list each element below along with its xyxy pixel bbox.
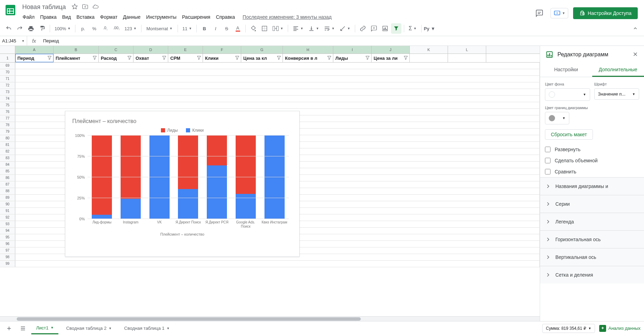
menu-file[interactable]: Файл [20, 13, 37, 21]
compare-checkbox[interactable]: Сравнить [545, 166, 639, 177]
row-header[interactable]: 80 [0, 135, 15, 141]
menu-data[interactable]: Данные [121, 13, 143, 21]
filter-dropdown-icon[interactable] [47, 55, 52, 60]
column-header[interactable]: J [372, 46, 410, 54]
add-sheet-icon[interactable] [3, 323, 15, 334]
filter-dropdown-icon[interactable] [92, 55, 97, 60]
header-cell[interactable]: Расход [99, 54, 133, 62]
spreadsheet-grid[interactable]: ABCDEFGHIJKL 1ПериодПлейсментРасходОхват… [0, 46, 540, 316]
tab-setup[interactable]: Настройки [540, 63, 592, 77]
header-cell[interactable] [410, 54, 448, 62]
row-header[interactable]: 76 [0, 109, 15, 115]
filter-dropdown-icon[interactable] [127, 55, 132, 60]
filter-dropdown-icon[interactable] [276, 55, 282, 60]
sheet-tab-1[interactable]: Лист1▼ [31, 322, 58, 334]
fill-color-icon[interactable] [248, 23, 259, 34]
collapse-toolbar-icon[interactable] [630, 23, 641, 34]
reset-layout-button[interactable]: Сбросить макет [545, 129, 593, 140]
merge-icon[interactable]: ▼ [270, 23, 285, 34]
percent-btn[interactable]: % [89, 23, 99, 34]
row-header[interactable]: 81 [0, 142, 15, 148]
filter-dropdown-icon[interactable] [365, 55, 370, 60]
row-header[interactable]: 97 [0, 247, 15, 254]
borders-icon[interactable] [259, 23, 270, 34]
chart-font-select[interactable]: Значение п...▼ [594, 88, 639, 100]
explore-button[interactable]: Анализ данных [599, 325, 641, 332]
all-sheets-icon[interactable] [17, 323, 28, 334]
select-all-corner[interactable] [0, 46, 15, 54]
section-vaxis[interactable]: Вертикальная ось [540, 248, 644, 266]
row-header[interactable]: 75 [0, 102, 15, 108]
column-header[interactable]: C [99, 46, 133, 54]
valign-icon[interactable]: ▼ [306, 23, 321, 34]
filter-dropdown-icon[interactable] [196, 55, 202, 60]
strike-icon[interactable]: S [221, 23, 232, 34]
column-header[interactable]: I [333, 46, 372, 54]
filter-dropdown-icon[interactable] [162, 55, 167, 60]
horizontal-scrollbar[interactable] [0, 316, 540, 321]
wrap-icon[interactable]: ▼ [322, 23, 337, 34]
formula-input[interactable]: Период [41, 38, 644, 43]
dec-decrease-btn[interactable]: .0↓ [100, 23, 111, 34]
row-header[interactable]: 87 [0, 181, 15, 188]
header-cell[interactable]: CPM [168, 54, 203, 62]
row-header[interactable]: 98 [0, 254, 15, 260]
row-header[interactable]: 86 [0, 175, 15, 181]
filter-dropdown-icon[interactable] [403, 55, 408, 60]
header-cell[interactable]: Плейсмент [54, 54, 99, 62]
bold-icon[interactable]: B [199, 23, 210, 34]
make3d-checkbox[interactable]: Сделать объемной [545, 155, 639, 166]
row-header[interactable]: 96 [0, 241, 15, 247]
filter-dropdown-icon[interactable] [327, 55, 332, 60]
paint-format-icon[interactable] [37, 23, 47, 34]
row-header[interactable]: 74 [0, 96, 15, 102]
column-header[interactable]: A [15, 46, 54, 54]
menu-edit[interactable]: Правка [38, 13, 59, 21]
halign-icon[interactable]: ▼ [291, 23, 305, 34]
present-dropdown[interactable]: ▼ [551, 8, 568, 18]
section-legend[interactable]: Легенда [540, 213, 644, 230]
move-icon[interactable] [82, 3, 88, 11]
row-header[interactable]: 78 [0, 122, 15, 128]
sheets-logo[interactable] [3, 3, 17, 17]
row-header[interactable]: 69 [0, 63, 15, 69]
row-header[interactable]: 77 [0, 115, 15, 122]
header-cell[interactable]: Цена за кл [241, 54, 283, 62]
share-button[interactable]: Настройки Доступа [573, 7, 638, 19]
row-header[interactable]: 95 [0, 234, 15, 240]
link-icon[interactable] [358, 23, 368, 34]
font-select[interactable]: Montserrat▼ [144, 23, 175, 34]
row-header[interactable]: 89 [0, 195, 15, 201]
column-header[interactable]: G [241, 46, 283, 54]
number-format-select[interactable]: 123▼ [122, 23, 139, 34]
currency-btn[interactable]: р. [78, 23, 88, 34]
header-cell[interactable]: Цена за ли [372, 54, 410, 62]
row-header[interactable]: 88 [0, 188, 15, 194]
row-header[interactable]: 93 [0, 221, 15, 227]
bg-color-select[interactable]: ▼ [545, 88, 590, 101]
section-haxis[interactable]: Горизонтальная ось [540, 230, 644, 248]
star-icon[interactable] [72, 3, 78, 11]
border-color-select[interactable]: ▼ [545, 112, 569, 124]
undo-icon[interactable] [3, 23, 14, 34]
menu-view[interactable]: Вид [60, 13, 73, 21]
print-icon[interactable] [26, 23, 36, 34]
row-header[interactable]: 73 [0, 89, 15, 95]
row-header[interactable]: 90 [0, 201, 15, 207]
last-edit[interactable]: Последнее изменение: 3 минуты назад [240, 13, 334, 21]
column-header[interactable]: E [168, 46, 203, 54]
comments-icon[interactable] [533, 7, 546, 19]
menu-insert[interactable]: Вставка [74, 13, 97, 21]
filter-dropdown-icon[interactable] [235, 55, 240, 60]
header-cell[interactable]: Конверсия в л [283, 54, 333, 62]
redo-icon[interactable] [15, 23, 25, 34]
menu-help[interactable]: Справка [213, 13, 237, 21]
functions-icon[interactable]: Σ▼ [407, 23, 419, 34]
fx-icon[interactable]: fx [27, 38, 41, 44]
row-header[interactable]: 99 [0, 261, 15, 267]
row-header[interactable]: 84 [0, 162, 15, 168]
zoom-select[interactable]: 100%▼ [52, 23, 73, 34]
sheet-tab-2[interactable]: Сводная таблица 2▼ [61, 323, 116, 334]
column-header[interactable]: L [448, 46, 486, 54]
column-header[interactable]: D [133, 46, 168, 54]
